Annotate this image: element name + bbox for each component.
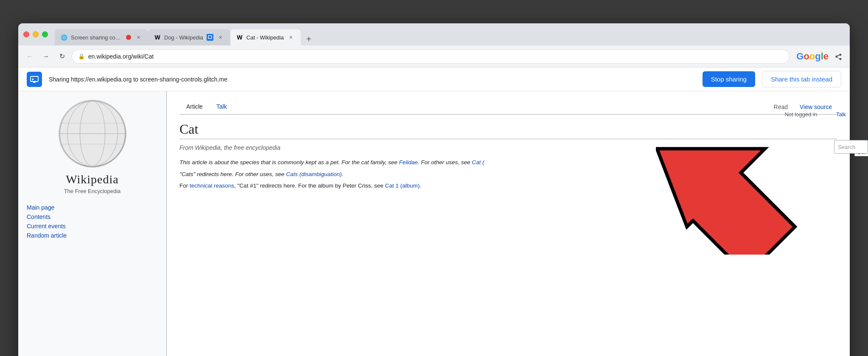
talk-link[interactable]: Talk [836,111,846,118]
tab-talk[interactable]: Talk [210,100,234,115]
url-text: en.wikipedia.org/wiki/Cat [88,53,783,60]
tab-article[interactable]: Article [179,100,210,115]
tab-close-dog[interactable]: ✕ [217,34,224,41]
share-tab-button[interactable]: Share this tab instead [762,71,841,87]
wikipedia-icon: W [154,34,161,41]
wikipedia-title: Wikipedia [66,173,119,186]
tab-title-screen-sharing: Screen sharing controls [71,34,123,41]
svg-rect-1 [31,76,38,81]
svg-point-3 [81,103,104,164]
tab-close-screen-sharing[interactable]: ✕ [134,34,142,41]
google-logo: Google [796,51,829,62]
share-page-button[interactable] [832,50,845,63]
address-bar[interactable]: 🔒 en.wikipedia.org/wiki/Cat [72,49,790,64]
svg-point-4 [69,103,116,164]
back-button[interactable]: ← [23,50,36,63]
hatnote-2: "Cats" redirects here. For other uses, s… [179,170,837,179]
reload-button[interactable]: ↻ [56,50,68,63]
link-cat1-album[interactable]: Cat 1 (album) [385,182,420,189]
stop-sharing-button[interactable]: Stop sharing [703,71,755,87]
wikipedia-nav: Main page Contents Current events Random… [27,203,158,240]
link-cat-disambig[interactable]: Cat ( [472,159,484,165]
nav-main-page[interactable]: Main page [27,203,158,212]
forward-button[interactable]: → [39,50,52,63]
hatnote-3: For technical reasons, "Cat #1" redirect… [179,181,837,191]
svg-text:W: W [89,133,96,142]
sharing-banner-icon [27,72,42,87]
hatnote-1: This article is about the species that i… [179,158,837,167]
svg-point-2 [62,103,123,164]
address-bar-container: ← → ↻ 🔒 en.wikipedia.org/wiki/Cat Google [18,45,850,67]
tab-share-icon [207,34,213,41]
minimize-button[interactable] [33,31,39,37]
wikipedia-globe: Ω W 維 [59,100,126,168]
recording-dot [126,35,131,40]
link-technical-reasons[interactable]: technical reasons [190,182,234,189]
article-tagline: From Wikipedia, the free encyclopedia [179,144,837,151]
nav-random-article[interactable]: Random article [27,231,158,240]
wiki-tabs: Article Talk Read View source [179,100,837,115]
sharing-banner: Sharing https://en.wikipedia.org to scre… [18,67,850,91]
tab-dog-wikipedia[interactable]: W Dog - Wikipedia ✕ [148,29,230,45]
tabs-container: 🌐 Screen sharing controls ✕ W Dog - Wiki… [55,23,845,45]
tab-title-dog: Dog - Wikipedia [164,34,203,41]
article-title: Cat [179,121,837,139]
title-bar: 🌐 Screen sharing controls ✕ W Dog - Wiki… [18,23,850,45]
maximize-button[interactable] [42,31,48,37]
globe-icon: 🌐 [61,34,67,41]
svg-rect-0 [208,36,212,39]
not-logged-in: Not logged in [784,111,817,118]
new-tab-button[interactable]: + [302,33,315,45]
tab-close-cat[interactable]: ✕ [287,34,295,41]
link-felidae[interactable]: Felidae [399,159,417,165]
lock-icon: 🔒 [78,53,85,59]
close-button[interactable] [23,31,29,37]
tab-title-cat: Cat - Wikipedia [246,34,284,41]
tab-screen-sharing[interactable]: 🌐 Screen sharing controls ✕ [55,29,148,45]
svg-text:Ω: Ω [89,119,95,129]
wikipedia-subtitle: The Free Encyclopedia [64,188,121,194]
browser-window: 🌐 Screen sharing controls ✕ W Dog - Wiki… [18,23,850,356]
traffic-lights [23,31,48,37]
page-content: Ω W 維 Wikipedia The Free Encyclopedia Ma… [18,91,850,356]
wikipedia-icon-cat: W [236,34,243,41]
wikipedia-sidebar: Ω W 維 Wikipedia The Free Encyclopedia Ma… [18,91,167,356]
search-box[interactable]: Search [834,140,868,154]
nav-contents[interactable]: Contents [27,212,158,221]
sharing-banner-text: Sharing https://en.wikipedia.org to scre… [49,76,696,83]
tab-cat-wikipedia[interactable]: W Cat - Wikipedia ✕ [230,29,301,45]
nav-current-events[interactable]: Current events [27,221,158,231]
link-cats-disambig[interactable]: Cats (disambiguation) [286,171,342,177]
page-main-content: Article Talk Read View source Cat From W… [167,91,850,356]
svg-text:維: 維 [89,146,95,152]
